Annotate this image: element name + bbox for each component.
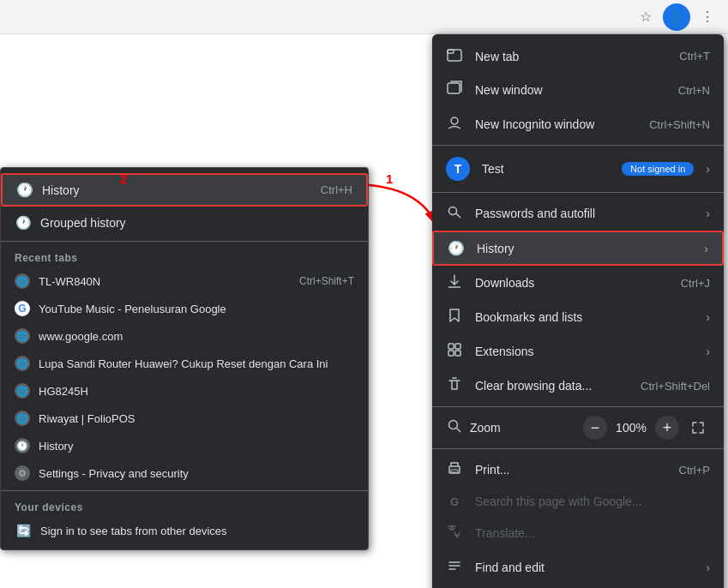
submenu-divider-1 (1, 241, 368, 242)
grouped-history-label: Grouped history (40, 216, 354, 230)
history-header-icon: 🕐 (16, 182, 33, 198)
menu-divider-1 (432, 145, 724, 146)
svg-rect-9 (448, 344, 454, 349)
history-header-item[interactable]: 🕐 History Ctrl+H (1, 173, 368, 207)
passwords-item[interactable]: Passwords and autofill › (432, 196, 724, 231)
recent-tab-hg8245h[interactable]: 🌐 HG8245H (1, 377, 368, 405)
svg-rect-3 (448, 50, 454, 53)
zoom-plus-button[interactable]: + (655, 416, 679, 440)
recent-tab-foliopos[interactable]: 🌐 Riwayat | FolioPOS (1, 405, 368, 432)
new-incognito-icon (446, 115, 463, 134)
history-header-shortcut: Ctrl+H (321, 183, 352, 196)
new-window-label: New window (475, 83, 666, 97)
main-content: 2 1 🕐 History Ctrl+H 🕐 Grouped hist (0, 34, 728, 588)
find-edit-arrow-icon: › (706, 561, 710, 574)
new-incognito-shortcut: Ctrl+Shift+N (649, 118, 710, 131)
new-tab-item[interactable]: New tab Ctrl+T (432, 39, 724, 73)
youtube-label: YouTube Music - Penelusuran Google (39, 303, 354, 315)
new-window-item[interactable]: New window Ctrl+N (432, 73, 724, 107)
print-label: Print... (475, 463, 667, 477)
svg-line-7 (456, 213, 461, 219)
svg-point-13 (449, 421, 458, 429)
recent-tab-huawei[interactable]: 🌐 Lupa Sandi Router Huawei? Cukup Reset … (1, 350, 368, 377)
svg-point-5 (451, 117, 458, 124)
passwords-label: Passwords and autofill (475, 207, 694, 220)
clear-data-icon (446, 376, 463, 395)
star-button[interactable]: ☆ (632, 3, 659, 31)
translate-label: Translate... (475, 526, 710, 540)
bookmarks-arrow-icon: › (706, 310, 710, 324)
zoom-value: 100% (614, 421, 648, 435)
zoom-control: Zoom − 100% + (432, 411, 724, 445)
foliopos-label: Riwayat | FolioPOS (39, 412, 354, 425)
search-google-icon: G (446, 495, 463, 508)
recent-tab-settings[interactable]: ⚙ Settings - Privacy and security (1, 459, 368, 487)
grouped-history-item[interactable]: 🕐 Grouped history (1, 208, 368, 237)
print-shortcut: Ctrl+P (679, 464, 710, 477)
chrome-menu: New tab Ctrl+T New window Ctrl+N New Inc… (432, 34, 724, 588)
translate-icon (446, 524, 463, 543)
svg-rect-11 (448, 351, 454, 356)
new-incognito-item[interactable]: New Incognito window Ctrl+Shift+N (432, 107, 724, 141)
extensions-arrow-icon: › (706, 345, 710, 358)
extensions-label: Extensions (475, 345, 694, 358)
print-item[interactable]: Print... Ctrl+P (432, 453, 724, 487)
profile-button[interactable]: 👤 (663, 3, 690, 31)
history-menu-item[interactable]: 🕐 History › (432, 231, 724, 266)
search-google-label: Search this page with Google... (475, 495, 710, 508)
zoom-minus-button[interactable]: − (583, 416, 607, 440)
devices-label: Sign in to see tabs from other devices (40, 525, 227, 537)
hg8245h-label: HG8245H (39, 385, 354, 398)
history-menu-icon: 🕐 (448, 240, 465, 256)
tlwr840n-icon: 🌐 (15, 273, 30, 289)
downloads-icon (446, 273, 463, 292)
tlwr840n-label: TL-WR840N (39, 275, 291, 288)
menu-button[interactable]: ⋮ (694, 3, 721, 31)
new-tab-icon (446, 47, 463, 65)
settings-tab-icon: ⚙ (15, 465, 30, 481)
print-icon (446, 460, 463, 479)
zoom-label: Zoom (470, 421, 576, 435)
settings-tab-label: Settings - Privacy and security (39, 467, 354, 480)
recent-tab-youtube[interactable]: G YouTube Music - Penelusuran Google (1, 295, 368, 322)
history-menu-label: History (477, 242, 692, 255)
profile-arrow-icon: › (706, 162, 710, 176)
browser-toolbar: ☆ 👤 ⋮ (0, 0, 728, 34)
google-icon: 🌐 (15, 328, 30, 344)
translate-item[interactable]: Translate... (432, 516, 724, 550)
history-menu-arrow-icon: › (704, 242, 708, 255)
search-google-item[interactable]: G Search this page with Google... (432, 487, 724, 516)
svg-rect-12 (455, 351, 460, 356)
bookmarks-item[interactable]: Bookmarks and lists › (432, 300, 724, 334)
clear-data-label: Clear browsing data... (475, 379, 629, 393)
new-window-shortcut: Ctrl+N (678, 84, 710, 97)
google-label: www.google.com (39, 330, 354, 343)
zoom-fullscreen-button[interactable] (686, 416, 710, 440)
recent-tab-history[interactable]: 🕐 History (1, 432, 368, 459)
recent-tab-tlwr840n[interactable]: 🌐 TL-WR840N Ctrl+Shift+T (1, 267, 368, 295)
sign-in-devices-item[interactable]: 🔄 Sign in to see tabs from other devices (1, 517, 368, 544)
extensions-icon (446, 342, 463, 361)
svg-line-14 (457, 429, 461, 433)
foliopos-icon: 🌐 (15, 411, 30, 426)
recent-tab-google[interactable]: 🌐 www.google.com (1, 322, 368, 350)
menu-divider-4 (432, 448, 724, 449)
downloads-item[interactable]: Downloads Ctrl+J (432, 266, 724, 300)
new-tab-shortcut: Ctrl+T (679, 50, 710, 63)
history-submenu: 🕐 History Ctrl+H 🕐 Grouped history Recen… (0, 167, 369, 550)
tlwr840n-shortcut: Ctrl+Shift+T (299, 275, 354, 287)
toolbar-icons: ☆ 👤 ⋮ (632, 3, 721, 31)
profile-badge: Not signed in (622, 162, 694, 176)
bookmarks-icon (446, 308, 463, 327)
profile-item[interactable]: T Test Not signed in › (432, 149, 724, 189)
profile-name: Test (482, 162, 610, 176)
extensions-item[interactable]: Extensions › (432, 334, 724, 369)
clear-data-item[interactable]: Clear browsing data... Ctrl+Shift+Del (432, 369, 724, 403)
history-header-label: History (42, 183, 312, 197)
save-share-item[interactable]: Save and share › (432, 585, 724, 588)
find-edit-icon (446, 558, 463, 577)
bookmarks-label: Bookmarks and lists (475, 310, 694, 324)
recent-tabs-title: Recent tabs (1, 245, 368, 267)
downloads-label: Downloads (475, 276, 669, 290)
find-edit-item[interactable]: Find and edit › (432, 550, 724, 585)
